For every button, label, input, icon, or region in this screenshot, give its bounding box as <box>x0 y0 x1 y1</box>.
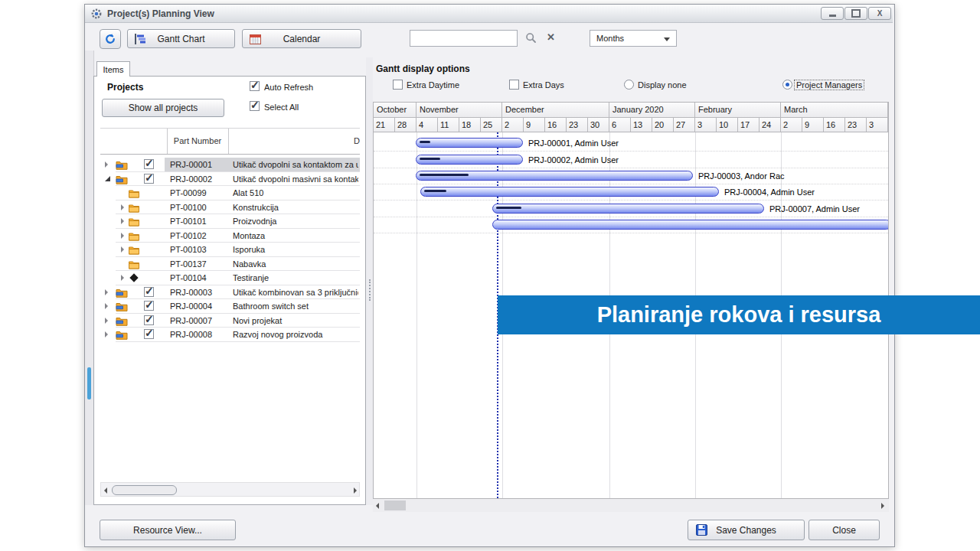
splitter-grip-icon <box>369 279 371 301</box>
gantt-bar[interactable] <box>420 187 719 197</box>
tree-row[interactable]: PRJ-00003Utikač kombinovan sa 3 priključ… <box>100 285 360 300</box>
description-cell: Nabavka <box>233 259 358 269</box>
scroll-right-icon[interactable] <box>354 487 357 494</box>
tree-row[interactable]: PRJ-00001Utikač dvopolni sa kontaktom za… <box>100 158 360 172</box>
extra-days-checkbox[interactable] <box>509 80 519 90</box>
row-separator-line <box>374 184 888 184</box>
gantt-options-title: Gantt display options <box>376 64 470 74</box>
expand-arrow-icon[interactable] <box>105 303 108 309</box>
progress-strip <box>420 174 469 176</box>
timeline-week-cell: 27 <box>674 118 695 132</box>
progress-strip <box>496 207 521 209</box>
select-all-checkbox[interactable] <box>250 101 260 111</box>
description-cell: Testiranje <box>233 273 358 282</box>
timeline-months: OctoberNovemberDecemberJanuary 2020Febru… <box>374 103 888 118</box>
extra-daytime-checkbox[interactable] <box>393 80 403 90</box>
gantt-bar[interactable] <box>492 204 764 214</box>
scroll-thumb[interactable] <box>384 500 406 510</box>
expand-arrow-icon[interactable] <box>105 161 108 168</box>
row-checkbox[interactable] <box>144 329 154 339</box>
tree-row[interactable]: PRJ-00008Razvoj novog proizvoda <box>100 328 360 342</box>
row-separator-line <box>374 233 888 233</box>
scroll-right-icon[interactable] <box>881 503 884 509</box>
timeline-week-cell: 6 <box>609 118 631 132</box>
tree-row[interactable]: PT-00099Alat 510 <box>100 186 360 201</box>
expand-arrow-icon[interactable] <box>121 233 124 239</box>
tree-row[interactable]: PT-00101Proizvodnja <box>100 214 360 229</box>
part-number-cell: PRJ-00001 <box>170 160 231 169</box>
description-cell: Isporuka <box>233 245 358 254</box>
collapse-arrow-icon[interactable] <box>105 176 110 181</box>
tree-row[interactable]: PT-00137Nabavka <box>100 257 360 272</box>
part-number-cell: PRJ-00002 <box>170 174 231 184</box>
part-number-cell: PRJ-00007 <box>170 316 231 325</box>
maximize-button[interactable] <box>844 7 867 20</box>
tree-row[interactable]: PRJ-00004Bathroom switch set <box>100 299 360 314</box>
timeline-week-cell: 28 <box>395 118 416 132</box>
expand-arrow-icon[interactable] <box>105 318 108 324</box>
gantt-chart-icon <box>135 34 146 47</box>
tree-row[interactable]: PT-00104Testiranje <box>100 271 360 285</box>
row-checkbox[interactable] <box>144 159 154 169</box>
part-number-cell: PT-00137 <box>170 259 231 269</box>
minimize-button[interactable] <box>821 7 844 20</box>
scroll-left-icon[interactable] <box>104 487 107 494</box>
gantt-bar[interactable] <box>416 138 523 148</box>
projects-horizontal-scrollbar[interactable] <box>100 482 360 497</box>
gantt-bar[interactable] <box>416 171 693 181</box>
close-button[interactable]: X <box>868 7 891 20</box>
progress-strip <box>420 141 430 143</box>
column-header-description[interactable]: D <box>354 136 360 145</box>
folder-icon <box>129 216 141 226</box>
close-dialog-button[interactable]: Close <box>808 520 880 540</box>
resource-view-button[interactable]: Resource View... <box>100 520 236 540</box>
gantt-horizontal-scrollbar[interactable] <box>373 499 889 512</box>
scale-dropdown[interactable]: Months <box>590 30 677 47</box>
display-none-radio[interactable] <box>624 80 634 90</box>
tree-row[interactable]: PT-00100Konstrukcija <box>100 201 360 215</box>
project-managers-radio[interactable] <box>782 80 792 90</box>
timeline-days: 2128411182529162330613202731017242916233 <box>374 118 888 132</box>
scroll-thumb[interactable] <box>112 485 177 495</box>
tree-row[interactable]: PRJ-00007Novi projekat <box>100 314 360 328</box>
description-cell: Alat 510 <box>233 188 358 197</box>
diamond-icon <box>129 273 138 282</box>
tab-items[interactable]: Items <box>96 61 130 77</box>
expand-arrow-icon[interactable] <box>121 204 124 210</box>
gantt-chart-button[interactable]: Gantt Chart <box>127 29 235 48</box>
search-input[interactable] <box>410 30 518 47</box>
vertical-scroll-thumb[interactable] <box>87 367 91 399</box>
row-separator-line <box>374 200 888 201</box>
expand-arrow-icon[interactable] <box>121 275 124 281</box>
show-all-projects-button[interactable]: Show all projects <box>102 99 224 117</box>
timeline-week-cell: 9 <box>524 118 545 132</box>
row-checkbox[interactable] <box>144 301 154 311</box>
gantt-bar[interactable] <box>416 155 523 165</box>
row-checkbox[interactable] <box>144 174 154 184</box>
save-changes-button[interactable]: Save Changes <box>688 520 805 540</box>
part-number-cell: PRJ-00003 <box>170 288 231 297</box>
auto-refresh-checkbox[interactable] <box>250 81 260 91</box>
panel-splitter[interactable] <box>366 57 373 505</box>
gantt-bar[interactable] <box>492 220 889 230</box>
clear-search-icon[interactable]: ✕ <box>547 31 555 43</box>
tree-row[interactable]: PT-00103Isporuka <box>100 243 360 257</box>
row-checkbox[interactable] <box>144 315 154 325</box>
tree-row[interactable]: PT-00102Montaza <box>100 229 360 243</box>
refresh-button[interactable] <box>100 29 121 49</box>
expand-arrow-icon[interactable] <box>121 246 124 253</box>
row-checkbox[interactable] <box>144 287 154 297</box>
column-separator <box>228 129 229 154</box>
expand-arrow-icon[interactable] <box>105 289 108 295</box>
calendar-label: Calendar <box>283 34 321 44</box>
gantt-chart-label: Gantt Chart <box>157 34 204 44</box>
maximize-icon <box>851 9 861 18</box>
tree-row[interactable]: PRJ-00002Utikač dvopolni masivni sa kont… <box>100 172 360 187</box>
calendar-button[interactable]: Calendar <box>242 29 361 48</box>
column-header-part-number[interactable]: Part Number <box>167 136 228 145</box>
search-icon[interactable] <box>525 32 537 47</box>
expand-arrow-icon[interactable] <box>121 218 124 224</box>
auto-refresh-label: Auto Refresh <box>264 83 313 92</box>
expand-arrow-icon[interactable] <box>105 331 108 337</box>
scroll-left-icon[interactable] <box>376 503 379 509</box>
